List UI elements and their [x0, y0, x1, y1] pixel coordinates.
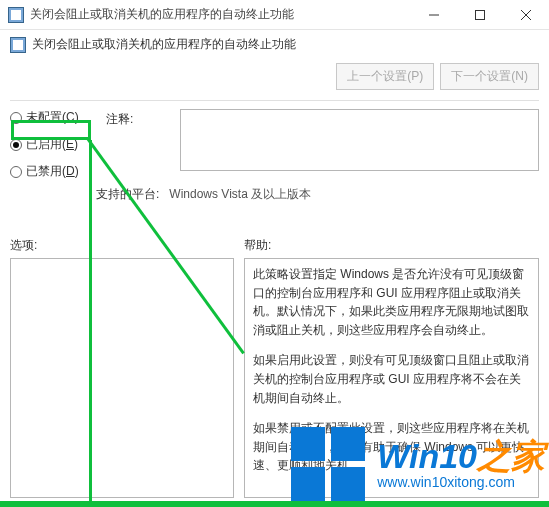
radio-enabled[interactable]: 已启用(E)	[10, 136, 96, 153]
window-controls	[411, 0, 549, 29]
radio-not-configured[interactable]: 未配置(C)	[10, 109, 96, 126]
nav-buttons: 上一个设置(P) 下一个设置(N)	[336, 63, 539, 90]
radio-label: 未配置(C)	[26, 109, 79, 126]
help-paragraph: 如果禁用或不配置此设置，则这些应用程序将在关机期间自动终止，从而有助于确保 Wi…	[253, 419, 530, 475]
radio-label: 已禁用(D)	[26, 163, 79, 180]
radio-icon	[10, 166, 22, 178]
radio-icon	[10, 139, 22, 151]
prev-setting-button[interactable]: 上一个设置(P)	[336, 63, 434, 90]
config-row: 未配置(C) 已启用(E) 已禁用(D) 注释:	[0, 101, 549, 180]
platform-label: 支持的平台:	[96, 186, 159, 203]
radio-icon	[10, 112, 22, 124]
window-title: 关闭会阻止或取消关机的应用程序的自动终止功能	[30, 6, 411, 23]
radio-label: 已启用(E)	[26, 136, 78, 153]
options-pane[interactable]	[10, 258, 234, 498]
next-setting-button[interactable]: 下一个设置(N)	[440, 63, 539, 90]
header-row: 关闭会阻止或取消关机的应用程序的自动终止功能	[0, 30, 549, 63]
comment-label: 注释:	[106, 109, 170, 180]
policy-icon	[10, 37, 26, 53]
titlebar: 关闭会阻止或取消关机的应用程序的自动终止功能	[0, 0, 549, 30]
close-button[interactable]	[503, 0, 549, 29]
policy-title: 关闭会阻止或取消关机的应用程序的自动终止功能	[32, 36, 539, 53]
svg-rect-1	[476, 10, 485, 19]
help-paragraph: 此策略设置指定 Windows 是否允许没有可见顶级窗口的控制台应用程序和 GU…	[253, 265, 530, 339]
help-paragraph: 如果启用此设置，则没有可见顶级窗口且阻止或取消关机的控制台应用程序或 GUI 应…	[253, 351, 530, 407]
help-label: 帮助:	[244, 237, 271, 254]
app-icon	[8, 7, 24, 23]
help-pane[interactable]: 此策略设置指定 Windows 是否允许没有可见顶级窗口的控制台应用程序和 GU…	[244, 258, 539, 498]
panes: 此策略设置指定 Windows 是否允许没有可见顶级窗口的控制台应用程序和 GU…	[0, 258, 549, 498]
platform-value: Windows Vista 及以上版本	[169, 186, 311, 203]
minimize-button[interactable]	[411, 0, 457, 29]
comment-input[interactable]	[180, 109, 539, 171]
maximize-button[interactable]	[457, 0, 503, 29]
options-label: 选项:	[10, 237, 244, 254]
radio-group-state: 未配置(C) 已启用(E) 已禁用(D)	[10, 109, 96, 180]
pane-labels: 选项: 帮助:	[0, 237, 549, 258]
platform-row: 支持的平台: Windows Vista 及以上版本	[0, 180, 549, 203]
radio-disabled[interactable]: 已禁用(D)	[10, 163, 96, 180]
annotation-line	[0, 501, 549, 507]
